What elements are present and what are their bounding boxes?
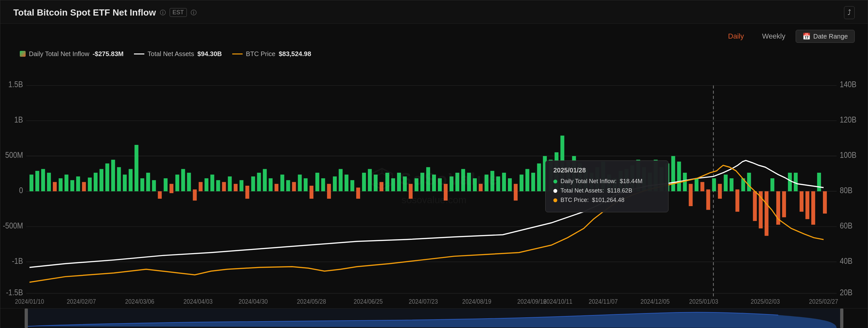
svg-text:2024/11/07: 2024/11/07 [589,298,618,305]
header-right: ⤴ [844,6,855,19]
svg-rect-156 [765,191,768,236]
svg-rect-99 [432,175,436,192]
svg-rect-128 [601,162,605,192]
svg-rect-142 [683,173,687,191]
svg-rect-130 [613,178,617,191]
svg-text:-1.5B: -1.5B [6,288,23,297]
main-chart-area[interactable]: SoSoValue sosovalue.com 1.5B 1B 500M 0 -… [0,63,868,308]
header-left: Total Bitcoin Spot ETF Net Inflow ⓘ EST … [13,7,196,18]
chart-container: Total Bitcoin Spot ETF Net Inflow ⓘ EST … [0,0,868,328]
minimap[interactable] [0,308,868,328]
svg-text:2024/01/10: 2024/01/10 [15,298,44,305]
svg-rect-38 [76,176,80,191]
legend-bar: Daily Total Net Inflow -$275.83M Total N… [0,46,868,63]
minimap-svg [0,308,868,328]
svg-rect-36 [65,175,68,192]
svg-rect-104 [461,169,465,191]
svg-rect-46 [123,175,127,192]
svg-text:2025/02/27: 2025/02/27 [809,298,838,305]
svg-rect-123 [572,156,576,191]
svg-rect-61 [211,175,214,192]
svg-rect-131 [619,171,623,191]
inflow-color-swatch [20,51,26,57]
svg-rect-148 [718,184,722,199]
svg-rect-86 [356,188,360,199]
svg-rect-141 [677,162,681,192]
svg-rect-45 [117,167,121,191]
svg-rect-60 [205,178,209,191]
badge-info-icon[interactable]: ⓘ [191,9,196,17]
svg-rect-125 [584,169,588,191]
share-icon[interactable]: ⤴ [844,6,855,19]
svg-text:80B: 80B [840,186,852,195]
btc-value: $83,524.98 [279,50,311,58]
svg-text:-1B: -1B [12,256,23,265]
svg-rect-30 [30,175,33,192]
svg-rect-97 [421,173,424,191]
svg-rect-116 [531,173,535,191]
svg-rect-74 [286,180,290,191]
svg-rect-164 [811,191,815,225]
svg-rect-105 [467,173,471,191]
svg-rect-92 [391,178,395,191]
est-badge: EST [169,8,187,17]
svg-rect-55 [176,175,179,192]
svg-text:2024/07/23: 2024/07/23 [409,298,438,305]
svg-rect-35 [59,178,63,191]
svg-rect-89 [374,175,378,192]
svg-rect-112 [508,178,512,191]
svg-rect-42 [100,169,103,191]
svg-rect-135 [642,167,646,191]
svg-rect-160 [788,173,792,191]
svg-rect-159 [782,191,786,217]
svg-rect-62 [216,180,220,191]
svg-text:2025/02/03: 2025/02/03 [751,298,780,305]
svg-rect-75 [292,182,296,192]
svg-text:100B: 100B [840,151,856,160]
svg-rect-132 [625,169,629,191]
svg-rect-109 [490,171,494,191]
svg-rect-107 [479,184,483,191]
svg-text:2024/09/16: 2024/09/16 [517,298,547,305]
svg-rect-87 [362,173,366,191]
svg-rect-58 [193,189,197,200]
svg-rect-84 [344,175,348,192]
svg-text:2024/04/30: 2024/04/30 [239,298,268,305]
svg-rect-147 [712,178,716,191]
title-info-icon[interactable]: ⓘ [160,9,166,17]
svg-rect-186 [28,308,840,328]
daily-tab[interactable]: Daily [720,30,752,43]
svg-text:2024/03/06: 2024/03/06 [125,298,154,305]
legend-btc: BTC Price $83,524.98 [232,50,311,58]
svg-rect-95 [409,184,412,199]
svg-rect-115 [525,169,529,191]
svg-rect-145 [700,182,704,192]
svg-text:2024/08/19: 2024/08/19 [462,298,491,305]
svg-text:2024/12/05: 2024/12/05 [641,298,670,305]
assets-color-line [134,54,144,55]
svg-rect-106 [473,178,477,191]
svg-rect-44 [111,160,115,191]
svg-rect-146 [706,189,710,210]
svg-rect-31 [35,171,39,191]
svg-rect-143 [689,184,692,206]
svg-rect-138 [659,167,663,191]
svg-rect-154 [753,191,757,221]
svg-rect-144 [694,178,699,191]
svg-text:1B: 1B [14,116,23,125]
svg-rect-162 [800,191,803,211]
svg-text:60B: 60B [840,221,852,230]
svg-rect-72 [274,184,278,191]
svg-rect-140 [671,156,675,191]
date-range-button[interactable]: 📅 Date Range [796,30,855,43]
legend-inflow: Daily Total Net Inflow -$275.83M [20,50,124,58]
svg-text:2024/05/28: 2024/05/28 [297,298,326,305]
btc-label: BTC Price [246,50,275,58]
svg-rect-94 [403,176,407,191]
svg-text:2024/04/03: 2024/04/03 [184,298,213,305]
svg-rect-37 [70,180,74,191]
svg-rect-91 [385,173,389,191]
svg-rect-69 [257,173,261,191]
weekly-tab[interactable]: Weekly [754,30,794,43]
svg-rect-57 [187,173,191,191]
